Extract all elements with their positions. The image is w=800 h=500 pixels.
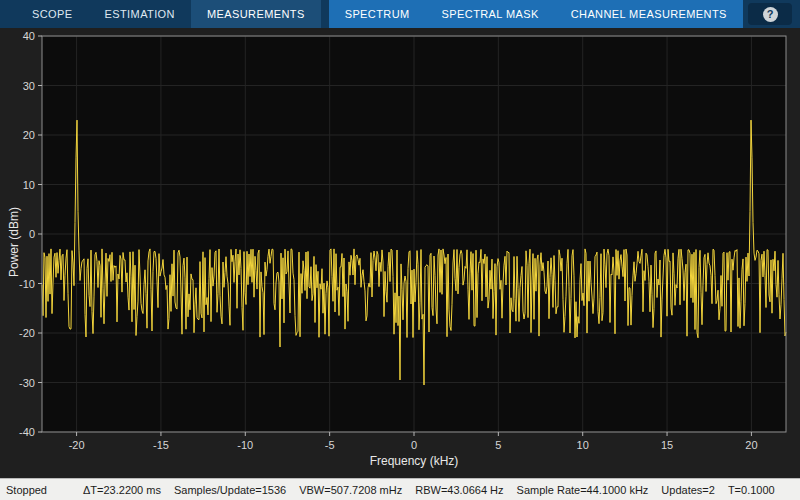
tab-channel-measurements[interactable]: CHANNEL MEASUREMENTS	[555, 0, 743, 28]
x-tick-label: 5	[495, 439, 501, 451]
status-info: ΔT=23.2200 ms Samples/Update=1536 VBW=50…	[83, 484, 775, 496]
x-tick-label: -5	[325, 439, 335, 451]
x-tick-label: 15	[661, 439, 673, 451]
tab-estimation[interactable]: ESTIMATION	[89, 0, 191, 28]
y-tick-label: -20	[19, 327, 35, 339]
help-button[interactable]: ?	[748, 3, 792, 25]
y-tick-label: -10	[19, 278, 35, 290]
status-sample-rate: Sample Rate=44.1000 kHz	[517, 484, 649, 496]
y-tick-label: -30	[19, 377, 35, 389]
y-tick-label: 10	[23, 179, 35, 191]
status-time: T=0.1000	[728, 484, 775, 496]
status-samples-per-update: Samples/Update=1536	[174, 484, 286, 496]
plot-area[interactable]: -20-15-10-505101520403020100-10-20-30-40…	[0, 28, 800, 478]
x-tick-label: -20	[69, 439, 85, 451]
toolbar: SCOPE ESTIMATION MEASUREMENTS SPECTRUM S…	[0, 0, 800, 28]
x-tick-label: 10	[577, 439, 589, 451]
x-tick-label: 20	[745, 439, 757, 451]
x-tick-label: -15	[153, 439, 169, 451]
status-bar: Stopped ΔT=23.2200 ms Samples/Update=153…	[0, 478, 800, 500]
tab-scope[interactable]: SCOPE	[16, 0, 89, 28]
status-delta-t: ΔT=23.2200 ms	[83, 484, 161, 496]
status-rbw: RBW=43.0664 Hz	[415, 484, 503, 496]
tab-spectrum[interactable]: SPECTRUM	[329, 0, 426, 28]
y-tick-label: 20	[23, 129, 35, 141]
contextual-tab-group: SPECTRUM SPECTRAL MASK CHANNEL MEASUREME…	[329, 0, 743, 28]
y-tick-label: 40	[23, 30, 35, 42]
y-tick-label: 0	[29, 228, 35, 240]
status-updates: Updates=2	[661, 484, 715, 496]
help-icon: ?	[763, 7, 778, 22]
x-axis-label: Frequency (kHz)	[42, 454, 786, 468]
tab-measurements[interactable]: MEASUREMENTS	[191, 0, 321, 28]
status-vbw: VBW=507.7208 mHz	[299, 484, 402, 496]
spectrum-plot[interactable]: -20-15-10-505101520403020100-10-20-30-40	[0, 28, 800, 478]
status-state: Stopped	[6, 484, 47, 496]
y-tick-label: -40	[19, 426, 35, 438]
x-tick-label: 0	[411, 439, 417, 451]
x-tick-label: -10	[237, 439, 253, 451]
tab-spectral-mask[interactable]: SPECTRAL MASK	[426, 0, 555, 28]
y-tick-label: 30	[23, 80, 35, 92]
spectrum-analyzer-window: SCOPE ESTIMATION MEASUREMENTS SPECTRUM S…	[0, 0, 800, 500]
y-axis-label: Power (dBm)	[7, 182, 21, 302]
